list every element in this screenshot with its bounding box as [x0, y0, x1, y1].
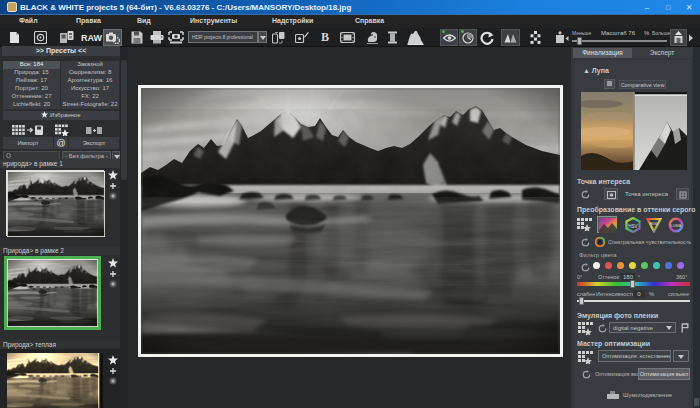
svg-text:HSV: HSV [628, 224, 637, 229]
svg-text:RGL: RGL [650, 221, 659, 226]
svg-text:LUMA: LUMA [671, 224, 682, 228]
